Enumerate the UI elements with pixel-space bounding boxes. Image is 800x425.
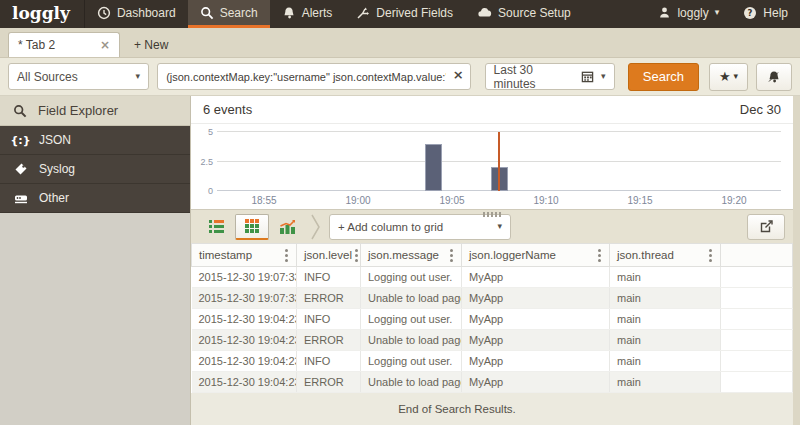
- chart-view-icon: [279, 219, 297, 235]
- saved-searches-button[interactable]: ★ ▾: [709, 63, 747, 91]
- time-range-select[interactable]: Last 30 minutes ▾: [485, 63, 615, 90]
- nav-item-source-setup[interactable]: Source Setup: [465, 0, 583, 28]
- close-tab-icon[interactable]: ×: [100, 38, 110, 52]
- x-axis-tick-label: 19:05: [439, 195, 464, 206]
- table-cell[interactable]: Logging out user.: [361, 267, 462, 288]
- column-menu-icon[interactable]: [282, 247, 291, 264]
- x-axis-tick-label: 19:00: [345, 195, 370, 206]
- sidebar-item-label: Syslog: [39, 162, 75, 176]
- sidebar-item-other[interactable]: Other: [0, 184, 190, 213]
- create-alert-button[interactable]: [756, 63, 792, 91]
- sidebar-item-syslog[interactable]: Syslog: [0, 155, 190, 184]
- alert-bell-icon: [767, 70, 781, 84]
- table-cell[interactable]: ERROR: [297, 372, 361, 393]
- nav-item-label: Alerts: [302, 6, 333, 20]
- table-cell[interactable]: MyApp: [462, 351, 610, 372]
- filler-column-header: [721, 244, 793, 267]
- table-cell[interactable]: 2015-12-30 19:07:33.506: [192, 267, 297, 288]
- user-menu[interactable]: loggly ▾: [646, 0, 731, 28]
- table-cell[interactable]: main: [610, 288, 721, 309]
- clear-query-icon[interactable]: ×: [453, 68, 464, 81]
- nav-item-dashboard[interactable]: Dashboard: [85, 0, 188, 28]
- loggly-logo[interactable]: loggly: [0, 0, 85, 28]
- search-icon: [200, 6, 214, 20]
- table-cell[interactable]: 2015-12-30 19:04:23.332: [192, 330, 297, 351]
- column-header-label: json.thread: [617, 249, 674, 261]
- table-cell[interactable]: main: [610, 351, 721, 372]
- column-menu-icon[interactable]: [447, 247, 456, 264]
- grid-view-button[interactable]: [235, 214, 269, 240]
- column-menu-icon[interactable]: [595, 247, 604, 264]
- table-cell[interactable]: INFO: [297, 267, 361, 288]
- table-cell[interactable]: MyApp: [462, 372, 610, 393]
- table-cell[interactable]: MyApp: [462, 267, 610, 288]
- sidebar-item-json[interactable]: {:} JSON: [0, 126, 190, 155]
- nav-item-alerts[interactable]: Alerts: [270, 0, 345, 28]
- add-column-dropdown[interactable]: + Add column to grid ▾: [329, 214, 511, 240]
- table-cell[interactable]: Logging out user.: [361, 309, 462, 330]
- y-axis-tick-label: 0: [208, 186, 213, 196]
- events-count: 6 events: [203, 102, 252, 117]
- table-cell[interactable]: main: [610, 330, 721, 351]
- column-header-label: json.level: [304, 249, 352, 261]
- nav-item-label: Help: [763, 6, 788, 20]
- table-cell[interactable]: Unable to load page.: [361, 288, 462, 309]
- star-icon: ★: [719, 69, 731, 84]
- table-row[interactable]: 2015-12-30 19:04:23.332ERRORUnable to lo…: [192, 330, 793, 351]
- column-header-json.message[interactable]: json.message: [361, 244, 462, 267]
- nav-item-search[interactable]: Search: [188, 0, 270, 28]
- table-cell[interactable]: 2015-12-30 19:04:23.332: [192, 351, 297, 372]
- column-menu-icon[interactable]: [352, 247, 361, 264]
- table-cell[interactable]: main: [610, 267, 721, 288]
- table-cell[interactable]: MyApp: [462, 330, 610, 351]
- field-explorer-header: Field Explorer: [0, 96, 190, 126]
- table-row[interactable]: 2015-12-30 19:07:33.506ERRORUnable to lo…: [192, 288, 793, 309]
- list-view-button[interactable]: [199, 214, 233, 240]
- source-group-select[interactable]: All Sources ▾: [8, 63, 149, 90]
- table-cell[interactable]: ERROR: [297, 288, 361, 309]
- table-cell[interactable]: MyApp: [462, 288, 610, 309]
- panel-resize-handle[interactable]: [483, 212, 501, 217]
- tab-tab2[interactable]: * Tab 2 ×: [8, 32, 120, 57]
- table-cell[interactable]: Unable to load page.: [361, 330, 462, 351]
- nav-item-derived-fields[interactable]: Derived Fields: [344, 0, 465, 28]
- table-cell[interactable]: MyApp: [462, 309, 610, 330]
- table-row[interactable]: 2015-12-30 19:04:23.332ERRORUnable to lo…: [192, 372, 793, 393]
- search-button[interactable]: Search: [628, 63, 700, 91]
- table-cell[interactable]: ERROR: [297, 330, 361, 351]
- table-row[interactable]: 2015-12-30 19:07:33.506INFOLogging out u…: [192, 267, 793, 288]
- table-cell[interactable]: 2015-12-30 19:04:23.332: [192, 309, 297, 330]
- user-menu-label: loggly: [677, 6, 708, 20]
- table-cell[interactable]: main: [610, 372, 721, 393]
- column-header-timestamp[interactable]: timestamp: [192, 244, 297, 267]
- search-query-input[interactable]: [157, 63, 470, 90]
- table-cell[interactable]: Unable to load page.: [361, 372, 462, 393]
- events-histogram[interactable]: 02.5518:5519:0019:0519:1019:1519:20: [191, 124, 793, 209]
- cloud-icon: [477, 6, 492, 20]
- chart-view-button[interactable]: [271, 214, 305, 240]
- table-row[interactable]: 2015-12-30 19:04:23.332INFOLogging out u…: [192, 351, 793, 372]
- calendar-icon: [581, 70, 594, 83]
- tab-label: * Tab 2: [18, 38, 55, 52]
- table-cell[interactable]: INFO: [297, 309, 361, 330]
- column-header-json.loggerName[interactable]: json.loggerName: [462, 244, 610, 267]
- table-row[interactable]: 2015-12-30 19:04:23.332INFOLogging out u…: [192, 309, 793, 330]
- table-cell[interactable]: main: [610, 309, 721, 330]
- table-cell[interactable]: 2015-12-30 19:07:33.506: [192, 288, 297, 309]
- column-menu-icon[interactable]: [706, 247, 715, 264]
- table-header: timestampjson.leveljson.messagejson.logg…: [192, 244, 793, 267]
- new-tab-button[interactable]: + New: [120, 32, 182, 57]
- export-icon: [759, 219, 774, 234]
- table-cell[interactable]: Logging out user.: [361, 351, 462, 372]
- chevron-down-icon: ▾: [601, 72, 606, 81]
- table-cell[interactable]: 2015-12-30 19:04:23.332: [192, 372, 297, 393]
- table-cell[interactable]: INFO: [297, 351, 361, 372]
- chart-plot: 02.5518:5519:0019:0519:1019:1519:20: [217, 132, 781, 191]
- column-header-label: timestamp: [199, 249, 252, 261]
- export-button[interactable]: [747, 214, 785, 240]
- nav-item-help[interactable]: ? Help: [731, 0, 800, 28]
- column-header-json.level[interactable]: json.level: [297, 244, 361, 267]
- column-header-json.thread[interactable]: json.thread: [610, 244, 721, 267]
- nav-item-label: Dashboard: [117, 6, 176, 20]
- top-navbar: loggly Dashboard Search Alerts Derived F…: [0, 0, 800, 28]
